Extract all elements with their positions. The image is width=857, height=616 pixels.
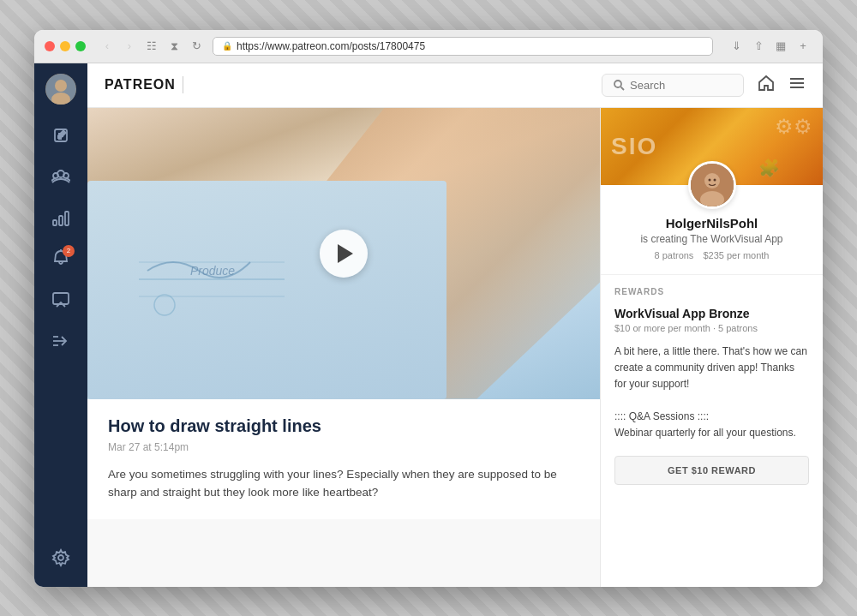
top-header: PATREON — [87, 63, 823, 108]
settings-nav-item[interactable] — [42, 539, 80, 577]
browser-right-buttons: ⇓ ⇧ ▦ + — [727, 37, 812, 56]
add-tab-button[interactable]: + — [794, 37, 812, 56]
browser-controls: ‹ › ☷ ⧗ ↻ — [98, 37, 206, 56]
svg-point-1 — [55, 80, 67, 92]
deliverables-nav-item[interactable] — [42, 322, 80, 360]
url-bar[interactable]: 🔒 https://www.patreon.com/posts/17800475 — [213, 37, 713, 56]
creator-stats: 8 patrons $235 per month — [655, 250, 770, 260]
lock-icon: 🔒 — [222, 41, 232, 51]
main-content: PATREON — [87, 63, 823, 587]
creator-profile: HolgerNilsPohl is creating The WorkVisua… — [601, 185, 823, 274]
notification-badge: 2 — [63, 245, 75, 257]
url-text: https://www.patreon.com/posts/17800475 — [237, 40, 425, 52]
logo-divider — [183, 76, 183, 93]
svg-rect-10 — [53, 220, 57, 225]
user-avatar[interactable] — [45, 74, 76, 105]
right-panel: SIO ⚙⚙ 🧩 — [600, 108, 823, 587]
reward-tier-description: A bit here, a little there. That's how w… — [614, 344, 809, 442]
search-bar[interactable] — [602, 74, 744, 97]
header-right — [602, 74, 806, 97]
notifications-nav-item[interactable]: 2 — [42, 240, 80, 278]
video-thumbnail[interactable]: Produce — [87, 108, 600, 399]
drawing-lines: Produce — [130, 228, 302, 331]
analytics-nav-item[interactable] — [42, 199, 80, 236]
banner-puzzle-icon: 🧩 — [758, 158, 780, 178]
traffic-lights — [45, 41, 86, 51]
search-input[interactable] — [630, 79, 733, 92]
post-body: How to draw straight lines Mar 27 at 5:1… — [87, 399, 600, 519]
content-area: Produce How to draw straight lines Mar 2… — [87, 108, 823, 587]
logo-text: PATREON — [105, 77, 176, 93]
patreon-logo: PATREON — [105, 76, 183, 93]
maximize-button[interactable] — [75, 41, 86, 51]
home-icon[interactable] — [758, 75, 775, 96]
svg-point-27 — [154, 295, 175, 315]
creator-face — [691, 164, 734, 206]
svg-point-18 — [58, 555, 63, 560]
new-tab-icon[interactable]: ▦ — [771, 37, 790, 56]
svg-point-33 — [713, 178, 716, 181]
play-triangle-icon — [338, 244, 353, 263]
reward-tier-price: $10 or more per month · 5 patrons — [614, 323, 809, 333]
creator-avatar[interactable] — [688, 161, 736, 209]
per-month-amount: $235 per month — [703, 250, 769, 260]
get-reward-button[interactable]: GET $10 REWARD — [614, 456, 809, 485]
edit-nav-item[interactable] — [42, 117, 80, 154]
svg-rect-12 — [65, 212, 69, 225]
svg-text:Produce: Produce — [190, 264, 235, 278]
post-section: Produce How to draw straight lines Mar 2… — [87, 108, 600, 587]
svg-point-19 — [614, 81, 621, 87]
menu-icon[interactable] — [788, 75, 806, 96]
post-text: Are you sometimes struggling with your l… — [108, 465, 579, 502]
sidebar: 2 — [34, 63, 87, 587]
svg-point-32 — [708, 178, 710, 181]
creator-name: HolgerNilsPohl — [666, 216, 758, 230]
svg-line-20 — [621, 87, 625, 91]
svg-point-30 — [704, 173, 720, 188]
app-layout: 2 — [34, 63, 823, 587]
share-button[interactable]: ⧗ — [165, 37, 183, 56]
banner-text: SIO — [611, 133, 657, 160]
minimize-button[interactable] — [60, 41, 70, 51]
download-icon[interactable]: ⇓ — [727, 37, 746, 56]
rewards-section: REWARDS WorkVisual App Bronze $10 or mor… — [601, 274, 823, 497]
creator-subtitle: is creating The WorkVisual App — [640, 233, 782, 245]
search-icon — [613, 79, 625, 91]
reward-tier-name: WorkVisual App Bronze — [614, 307, 809, 320]
messages-nav-item[interactable] — [42, 281, 80, 319]
forward-button[interactable]: › — [120, 37, 139, 56]
post-date: Mar 27 at 5:14pm — [108, 441, 579, 453]
banner-gear-icons: ⚙⚙ — [775, 115, 812, 139]
browser-chrome: ‹ › ☷ ⧗ ↻ 🔒 https://www.patreon.com/post… — [34, 30, 823, 63]
play-button[interactable] — [320, 230, 368, 278]
post-title: How to draw straight lines — [108, 416, 579, 436]
upload-icon[interactable]: ⇧ — [749, 37, 768, 56]
reading-list-button[interactable]: ☷ — [142, 37, 161, 56]
svg-rect-11 — [59, 216, 63, 225]
browser-window: ‹ › ☷ ⧗ ↻ 🔒 https://www.patreon.com/post… — [34, 30, 823, 587]
close-button[interactable] — [45, 41, 55, 51]
rewards-label: REWARDS — [614, 287, 809, 296]
patrons-count: 8 patrons — [655, 250, 694, 260]
community-nav-item[interactable] — [42, 158, 80, 195]
reload-button[interactable]: ↻ — [187, 37, 206, 56]
back-button[interactable]: ‹ — [98, 37, 117, 56]
